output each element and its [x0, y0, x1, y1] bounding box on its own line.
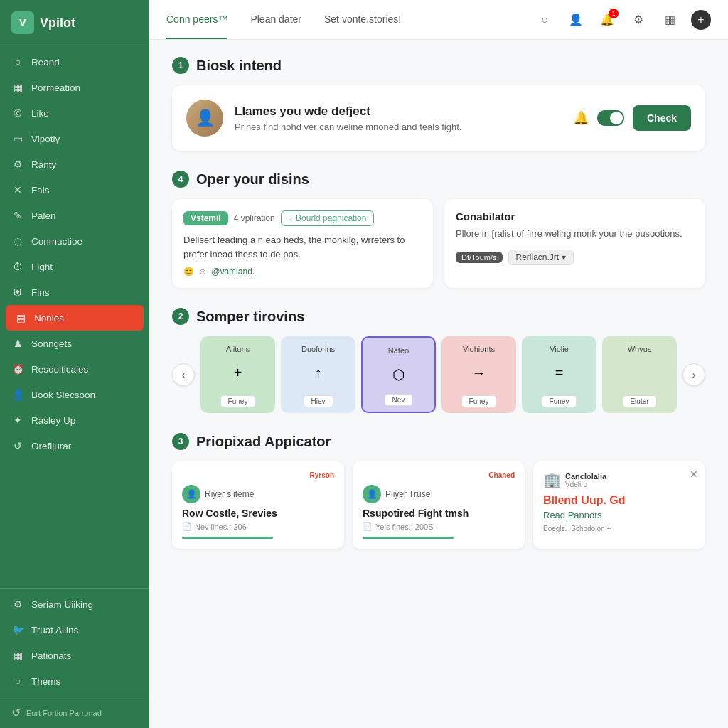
nav-label: Rasley Up — [31, 415, 75, 426]
special-subtitle[interactable]: Read Pannots — [543, 510, 695, 520]
carousel-item-btn[interactable]: Hiev — [303, 395, 333, 407]
nav-label: Fals — [31, 185, 50, 196]
topnav-item-conn-peers[interactable]: Conn peers™ — [166, 1, 228, 39]
sidebar-item-rasley-up[interactable]: ✦Rasley Up — [0, 407, 149, 433]
carousel-item-4[interactable]: Violie = Funey — [522, 336, 596, 413]
sidebar-item-resoolticales[interactable]: ⏰Resoolticales — [0, 356, 149, 382]
section-num-1: 1 — [172, 57, 189, 74]
sidebar-item-like[interactable]: ✆Like — [0, 100, 149, 126]
file-icon: 📄 — [182, 522, 192, 531]
add-icon[interactable]: + — [691, 10, 711, 30]
grid-icon[interactable]: ▦ — [660, 10, 680, 30]
nav-label: Resoolticales — [31, 364, 88, 375]
sidebar-item-book-slecsoon[interactable]: 👤Book Slecsoon — [0, 382, 149, 407]
design-post-text: Dellsert feading a n eap heds, the monki… — [183, 233, 422, 261]
section-title-designs: Oper your disins — [196, 171, 309, 188]
app-username: Pliyer Truse — [385, 489, 430, 499]
carousel-label: Alituns — [206, 345, 269, 353]
carousel-item-btn[interactable]: Funey — [461, 395, 497, 407]
nav-label: Palen — [31, 210, 56, 221]
section-block-header: 1 Biosk intend — [172, 57, 705, 74]
design-right-footer: Df/Toum/s Reriiacn.Jrt ▾ — [456, 250, 694, 265]
carousel-wrapper: ‹ Alituns + Funey Duoforins ↑ Hiev Nafeo… — [172, 336, 705, 413]
nav-label: Seriam Uiiking — [31, 599, 93, 610]
carousel-item-2[interactable]: Nafeo ⬡ Nev — [361, 336, 436, 413]
emoji2: ☺ — [198, 267, 207, 277]
nav-icon: ▭ — [11, 132, 24, 145]
sidebar-item-fals[interactable]: ✕Fals — [0, 177, 149, 203]
nav-label: Fins — [31, 287, 50, 298]
design-post-card: Vstemil 4 vpliration + Bourld pagnicatio… — [172, 199, 433, 288]
avatar-img: 👤 — [186, 100, 223, 136]
app-meta: 📄Nev lines.: 206 — [182, 522, 334, 531]
nav-icon: ◌ — [11, 235, 24, 247]
mention[interactable]: @vamland. — [211, 267, 255, 277]
carousel-item-1[interactable]: Duoforins ↑ Hiev — [281, 336, 355, 413]
sidebar-item-vipotly[interactable]: ▭Vipotly — [0, 126, 149, 151]
carousel-prev-button[interactable]: ‹ — [172, 363, 195, 386]
sidebar-item-nonles[interactable]: ▤Nonles — [6, 305, 144, 331]
toggle-switch[interactable] — [597, 110, 624, 126]
sidebar-item-conmuctioe[interactable]: ◌Conmuctioe — [0, 228, 149, 254]
search-icon[interactable]: ○ — [535, 10, 555, 30]
sidebar-item-orefijurar[interactable]: ↺Orefijurar — [0, 433, 149, 459]
carousel-item-btn[interactable]: Eluter — [622, 395, 656, 407]
close-icon[interactable]: ✕ — [690, 469, 698, 480]
content-area: 1 Biosk intend 👤 Llames you wde defject … — [149, 40, 728, 728]
design-tags: Vstemil 4 vpliration + Bourld pagnicatio… — [183, 210, 422, 226]
topnav-right: ○ 👤 🔔 1 ⚙ ▦ + — [535, 10, 711, 30]
nav-icon: ○ — [11, 675, 24, 687]
carousel-icon — [608, 359, 671, 370]
carousel-icon: ⬡ — [368, 360, 429, 389]
design-right-desc: Pllore in [ralist of firre weling monk y… — [456, 227, 694, 241]
block-bell-icon[interactable]: 🔔 — [573, 110, 589, 126]
sidebar-item-ranty[interactable]: ⚙Ranty — [0, 151, 149, 177]
special-tag: Schodoion + — [571, 525, 611, 532]
carousel-item-btn[interactable]: Funey — [220, 395, 256, 407]
nav-icon: ▦ — [11, 81, 24, 94]
sidebar-bottom-item-thems[interactable]: ○Thems — [0, 668, 149, 694]
sidebar-item-pormeation[interactable]: ▦Pormeation — [0, 75, 149, 100]
app-company: 🏢 Canclolalia Vdeliro — [543, 471, 695, 488]
section-num-4: 4 — [172, 171, 189, 188]
carousel-label: Nafeo — [368, 346, 429, 355]
nav-icon: ♟ — [11, 337, 24, 350]
topnav-item-plean-dater[interactable]: Plean dater — [250, 1, 301, 39]
carousel-item-btn[interactable]: Funey — [542, 395, 577, 407]
block-desc: Prines find nohd ver can weline mnoned a… — [235, 122, 562, 132]
user-icon[interactable]: 👤 — [566, 10, 586, 30]
sidebar-item-palen[interactable]: ✎Palen — [0, 203, 149, 228]
carousel-next-button[interactable]: › — [682, 363, 705, 386]
carousel-label: Duoforins — [287, 345, 350, 353]
check-button[interactable]: Check — [633, 105, 691, 131]
sidebar-footer: ↺ Eurt Fortion Parronad — [0, 697, 149, 728]
nav-icon: ⛨ — [11, 286, 24, 299]
sidebar-bottom-item-seriam-uiiking[interactable]: ⚙Seriam Uiiking — [0, 592, 149, 617]
nav-label: Sonngets — [31, 338, 72, 349]
app-card-2: ✕ 🏢 Canclolalia Vdeliro Bllend Uup. Gd R… — [533, 461, 705, 549]
logo-text: Vpilot — [40, 16, 75, 31]
sidebar-nav: ○Reand▦Pormeation✆Like▭Vipotly⚙Ranty✕Fal… — [0, 43, 149, 588]
sidebar-bottom-item-truat-allins[interactable]: 🐦Truat Allins — [0, 617, 149, 643]
sidebar-bottom-item-pationats[interactable]: ▦Pationats — [0, 643, 149, 668]
design-right-card: Conabilator Pllore in [ralist of firre w… — [444, 199, 705, 288]
carousel-item-btn[interactable]: Nev — [385, 394, 413, 406]
app-title: Rsupotired Fight tmsh — [363, 508, 515, 519]
section-somper: 2 Somper tirovins ‹ Alituns + Funey Duof… — [172, 308, 705, 413]
sidebar-item-fins[interactable]: ⛨Fins — [0, 279, 149, 305]
company-icon: 🏢 — [543, 471, 561, 488]
topnav-item-set-vonte[interactable]: Set vonte.stories! — [324, 1, 401, 39]
section-num-2: 2 — [172, 308, 189, 325]
carousel-item-3[interactable]: Viohionts → Funey — [441, 336, 516, 413]
designs-grid: Vstemil 4 vpliration + Bourld pagnicatio… — [172, 199, 705, 288]
sidebar-item-fight[interactable]: ⏱Fight — [0, 254, 149, 279]
bell-icon[interactable]: 🔔 1 — [597, 10, 617, 30]
sidebar-item-reand[interactable]: ○Reand — [0, 49, 149, 75]
carousel-icon: + — [206, 359, 269, 387]
select-button[interactable]: Reriiacn.Jrt ▾ — [508, 250, 574, 265]
settings-icon[interactable]: ⚙ — [628, 10, 648, 30]
carousel-item-5[interactable]: Whvus Eluter — [602, 336, 677, 413]
sidebar-logo: V Vpilot — [0, 0, 149, 43]
carousel-item-0[interactable]: Alituns + Funey — [200, 336, 275, 413]
sidebar-item-sonngets[interactable]: ♟Sonngets — [0, 331, 149, 356]
